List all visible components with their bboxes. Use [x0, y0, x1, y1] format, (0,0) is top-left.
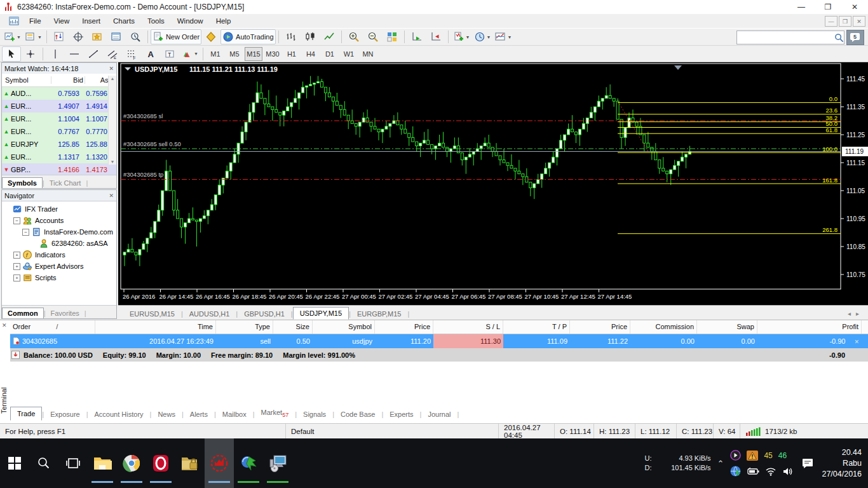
chart-tab-gbpusd-h1[interactable]: GBPUSD,H1 [238, 308, 291, 320]
expand-icon[interactable]: + [13, 263, 20, 270]
column-symbol[interactable]: Symbol [2, 76, 51, 84]
expand-icon[interactable]: + [13, 274, 20, 281]
terminal-tab-experts[interactable]: Experts [383, 408, 419, 421]
market-watch-scrollbar[interactable]: ▲▼ [108, 76, 116, 165]
terminal-tab-code-base[interactable]: Code Base [334, 408, 381, 421]
marketwatch-button[interactable] [50, 29, 69, 44]
market-watch-row[interactable]: ▲AUD...0.75930.7596 [2, 87, 116, 100]
zoomout-button[interactable] [363, 29, 383, 44]
tool-vline-button[interactable] [46, 46, 65, 62]
linechart-button[interactable] [320, 29, 339, 44]
shift-button[interactable] [426, 29, 445, 44]
tool-text-button[interactable]: A [141, 46, 160, 62]
periods-button[interactable]: ▼ [472, 29, 493, 44]
orders-column-s-l[interactable]: S / L [433, 320, 503, 334]
timeframe-m15[interactable]: M15 [245, 47, 262, 61]
wifi-tray-icon[interactable] [765, 467, 776, 476]
mdi-restore-button[interactable]: ❐ [839, 16, 851, 27]
menu-view[interactable]: View [48, 15, 76, 27]
menu-file[interactable]: File [23, 15, 48, 27]
mdi-close-button[interactable]: ✕ [853, 16, 865, 27]
tray-expand-chevron-icon[interactable]: ⌃ [717, 459, 724, 468]
nav-item-accounts[interactable]: −Accounts [4, 215, 116, 226]
tool-crosshair-button[interactable] [21, 46, 40, 62]
orders-column-time[interactable]: Time [95, 320, 216, 334]
chart-tab-usdjpy-m15[interactable]: USDJPY,M15 [293, 307, 349, 320]
newchart-button[interactable]: ▼ [2, 29, 23, 44]
market-watch-row[interactable]: ▲EUR...0.77670.7770 [2, 125, 116, 138]
collapse-icon[interactable]: − [13, 217, 20, 224]
templates-button[interactable]: ▼ [492, 29, 513, 44]
timeframe-w1[interactable]: W1 [340, 47, 358, 61]
search-input[interactable] [737, 32, 834, 43]
orders-column-swap[interactable]: Swap [697, 320, 757, 334]
chart-tab-eurusd-m15[interactable]: EURUSD,M15 [123, 308, 181, 320]
timeframe-h1[interactable]: H1 [283, 47, 301, 61]
terminal-tab-account-history[interactable]: Account History [88, 408, 150, 421]
terminal-tab-market[interactable]: Market57 [255, 406, 295, 421]
market-watch-row[interactable]: ▲EUR...1.13171.1320 [2, 151, 116, 163]
tile-button[interactable] [383, 29, 402, 44]
taskbar-metatrader[interactable] [205, 438, 234, 488]
temp-yellow-badge[interactable]: 45 [764, 451, 772, 460]
terminal-tab-alerts[interactable]: Alerts [184, 408, 214, 421]
bars-button[interactable] [281, 29, 301, 44]
taskbar-opera[interactable] [146, 438, 175, 488]
zoomin-button[interactable] [344, 29, 363, 44]
datawindow-button[interactable] [69, 29, 88, 44]
chart-tab-scroll-arrows[interactable]: ◂▸ [848, 310, 864, 317]
timeframe-m30[interactable]: M30 [264, 47, 281, 61]
market-watch-tab-symbols[interactable]: Symbols [2, 177, 43, 188]
nav-item-62384260-asasa[interactable]: 62384260: asASA [4, 238, 116, 249]
volume-tray-icon[interactable] [782, 467, 794, 476]
window-restore-button[interactable]: ❐ [815, 0, 841, 14]
close-order-icon[interactable]: ✕ [854, 339, 859, 345]
menu-help[interactable]: Help [210, 15, 238, 27]
terminal-tab-signals[interactable]: Signals [297, 408, 332, 421]
orders-column-symbol[interactable]: Symbol [313, 320, 375, 334]
warning-tray-icon[interactable] [747, 451, 758, 461]
column-bid[interactable]: Bid [51, 76, 85, 84]
tool-hline-button[interactable] [65, 46, 84, 62]
taskbar-file-explorer[interactable] [88, 438, 117, 488]
terminal-tab-news[interactable]: News [151, 408, 182, 421]
menu-charts[interactable]: Charts [107, 15, 141, 27]
orders-column-order[interactable]: Order/ [10, 320, 95, 334]
orders-column-price[interactable]: Price [375, 320, 433, 334]
nav-item-indicators[interactable]: +fIndicators [4, 249, 116, 261]
timeframe-mn[interactable]: MN [359, 47, 377, 61]
autotrading-button[interactable]: AutoTrading [220, 29, 276, 44]
orders-column-profit[interactable]: Profit [757, 320, 862, 334]
market-watch-tab-tick-chart[interactable]: Tick Chart [44, 178, 86, 188]
tool-trendline-button[interactable] [84, 46, 103, 62]
taskbar-chrome[interactable] [117, 438, 146, 488]
terminal-tab-journal[interactable]: Journal [421, 408, 457, 421]
search-icon[interactable] [834, 33, 844, 43]
editor-button[interactable] [201, 29, 220, 44]
navigator-tab-favorites[interactable]: Favorites [46, 308, 85, 318]
timeframe-d1[interactable]: D1 [321, 47, 339, 61]
tool-fibo-button[interactable]: F [122, 46, 141, 62]
profiles-button[interactable]: ▼ [23, 29, 44, 44]
navigator-close-icon[interactable]: ✕ [109, 193, 114, 199]
navigator-button[interactable] [88, 29, 107, 44]
candles-button[interactable] [301, 29, 320, 44]
collapse-icon[interactable]: − [22, 229, 29, 236]
tool-channel-button[interactable]: E [103, 46, 122, 62]
terminal-tab-trade[interactable]: Trade [10, 407, 42, 421]
taskbar-secure-folder[interactable] [175, 438, 205, 488]
nav-item-expert-advisors[interactable]: +Expert Advisors [4, 261, 116, 272]
orders-column-commission[interactable]: Commission [630, 320, 697, 334]
expand-icon[interactable]: + [13, 252, 20, 259]
orders-column-size[interactable]: Size [273, 320, 313, 334]
indicators-button[interactable]: ▼ [451, 29, 472, 44]
market-watch-row[interactable]: ▲EUR...1.49071.4914 [2, 100, 116, 112]
menu-window[interactable]: Window [171, 15, 210, 27]
orders-column-type[interactable]: Type [216, 320, 273, 334]
terminal-button[interactable] [107, 29, 126, 44]
orders-column-price[interactable]: Price [570, 320, 630, 334]
window-minimize-button[interactable]: — [788, 0, 815, 14]
neworder-button[interactable]: New Order [151, 29, 201, 44]
order-row[interactable]: 3043026852016.04.27 16:23:49sell0.50usdj… [10, 334, 868, 348]
menu-tools[interactable]: Tools [141, 15, 171, 27]
